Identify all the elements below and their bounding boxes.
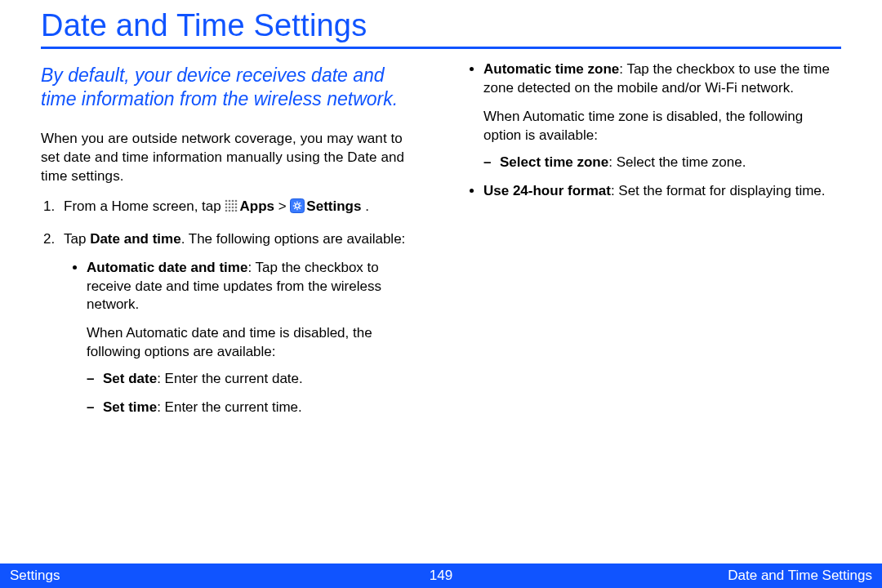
step-2-bullets: Automatic date and time: Tap the checkbo… bbox=[64, 259, 421, 418]
settings-icon bbox=[290, 198, 305, 219]
step-2-text-a: Tap bbox=[64, 231, 90, 247]
step-1-separator: > bbox=[274, 198, 290, 214]
dash-select-tz-bold: Select time zone bbox=[500, 154, 608, 170]
svg-point-8 bbox=[225, 206, 228, 208]
right-column: Automatic time zone: Tap the checkbox to… bbox=[461, 60, 841, 429]
footer-left: Settings bbox=[10, 568, 60, 584]
step-2-text-b: . The following options are available: bbox=[181, 231, 406, 247]
dash-select-tz: Select time zone: Select the time zone. bbox=[483, 154, 841, 172]
step-1: From a Home screen, tap Apps > Settings … bbox=[59, 198, 421, 219]
steps-list: From a Home screen, tap Apps > Settings … bbox=[41, 198, 421, 417]
svg-point-15 bbox=[235, 209, 238, 212]
svg-point-12 bbox=[225, 209, 228, 212]
bullet-24h: Use 24-hour format: Set the format for d… bbox=[483, 182, 841, 201]
svg-point-0 bbox=[225, 199, 228, 202]
dash-list-tz: Select time zone: Select the time zone. bbox=[483, 154, 841, 172]
svg-point-4 bbox=[225, 203, 228, 205]
bullet-auto-tz: Automatic time zone: Tap the checkbox to… bbox=[483, 60, 841, 172]
dash-set-date-bold: Set date bbox=[103, 371, 157, 386]
svg-point-13 bbox=[229, 209, 231, 212]
bullet-24h-bold: Use 24-hour format bbox=[483, 183, 611, 198]
step-1-apps-label: Apps bbox=[239, 198, 274, 214]
page-title: Date and Time Settings bbox=[41, 8, 841, 43]
svg-line-25 bbox=[300, 203, 301, 203]
step-1-text-c: . bbox=[361, 198, 368, 214]
dash-select-tz-rest: : Select the time zone. bbox=[608, 154, 746, 170]
intro-text: By default, your device receives date an… bbox=[41, 64, 421, 112]
step-2: Tap Date and time. The following options… bbox=[59, 230, 421, 418]
dash-list-dt: Set date: Enter the current date. Set ti… bbox=[87, 370, 421, 417]
dash-set-date-rest: : Enter the current date. bbox=[157, 371, 303, 386]
title-rule bbox=[41, 47, 841, 49]
dash-set-time-rest: : Enter the current time. bbox=[157, 399, 302, 415]
footer-right: Date and Time Settings bbox=[728, 568, 872, 584]
svg-line-22 bbox=[295, 203, 296, 203]
svg-point-10 bbox=[232, 206, 234, 208]
dash-set-time-bold: Set time bbox=[103, 399, 157, 415]
two-column-layout: By default, your device receives date an… bbox=[41, 60, 841, 429]
content-area: Date and Time Settings By default, your … bbox=[0, 0, 882, 429]
page-footer: Settings 149 Date and Time Settings bbox=[0, 564, 882, 588]
left-column: By default, your device receives date an… bbox=[41, 60, 421, 429]
bullet-24h-rest: : Set the format for displaying time. bbox=[611, 183, 826, 198]
svg-point-5 bbox=[229, 203, 231, 205]
svg-point-11 bbox=[235, 206, 238, 208]
bullet-auto-tz-bold: Automatic time zone bbox=[483, 61, 619, 77]
right-bullets: Automatic time zone: Tap the checkbox to… bbox=[461, 60, 841, 201]
step-2-bold: Date and time bbox=[90, 231, 180, 247]
svg-point-14 bbox=[232, 209, 234, 212]
apps-icon bbox=[225, 199, 238, 218]
intro-paragraph: When you are outside network coverage, y… bbox=[41, 130, 421, 186]
svg-line-24 bbox=[295, 207, 296, 208]
svg-point-2 bbox=[232, 199, 234, 202]
svg-rect-16 bbox=[291, 198, 305, 212]
bullet-auto-dt-bold: Automatic date and time bbox=[87, 260, 247, 275]
bullet-auto-tz-sub: When Automatic time zone is disabled, th… bbox=[483, 108, 841, 145]
svg-point-3 bbox=[235, 199, 238, 202]
svg-line-23 bbox=[300, 207, 301, 208]
dash-set-date: Set date: Enter the current date. bbox=[87, 370, 421, 389]
svg-point-7 bbox=[235, 203, 238, 205]
svg-point-9 bbox=[229, 206, 231, 208]
step-1-settings-label: Settings bbox=[306, 198, 361, 214]
step-1-text-a: From a Home screen, tap bbox=[64, 198, 225, 214]
bullet-auto-date-time: Automatic date and time: Tap the checkbo… bbox=[87, 259, 421, 418]
manual-page: Date and Time Settings By default, your … bbox=[0, 0, 882, 588]
bullet-auto-dt-sub: When Automatic date and time is disabled… bbox=[87, 324, 421, 362]
dash-set-time: Set time: Enter the current time. bbox=[87, 399, 421, 417]
svg-point-6 bbox=[232, 203, 234, 205]
svg-point-1 bbox=[229, 199, 231, 202]
footer-page-number: 149 bbox=[430, 568, 452, 584]
